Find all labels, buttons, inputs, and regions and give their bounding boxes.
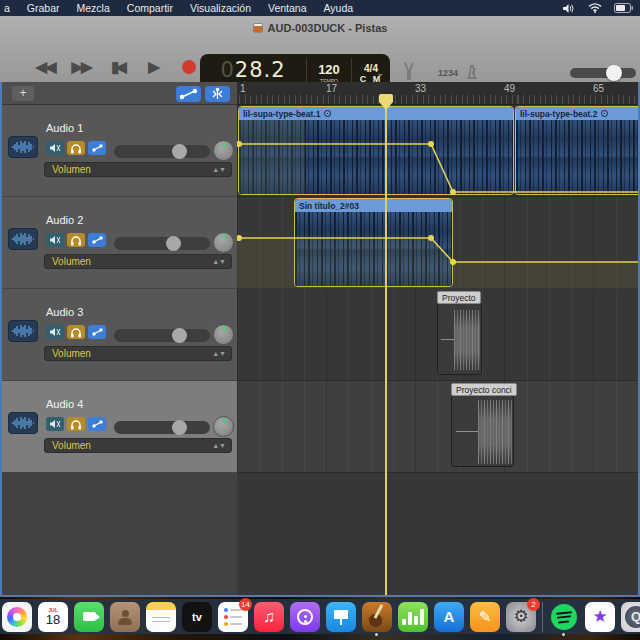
solo-button[interactable] [67,233,85,247]
menu-item-grabar[interactable]: Grabar [27,2,60,14]
menu-item-mezcla[interactable]: Mezcla [77,2,110,14]
menu-item-ventana[interactable]: Ventana [268,2,307,14]
pan-knob[interactable] [213,324,234,345]
automation-parameter-select[interactable]: Volumen ▲▼ [44,438,232,453]
mute-button[interactable] [46,141,64,155]
rewind-button[interactable]: ◀◀ [32,56,58,78]
track-header-audio-1[interactable]: Audio 1 Volumen ▲▼ [2,105,237,197]
track-automation-button[interactable] [88,141,106,155]
contacts-icon[interactable] [110,602,140,632]
play-button[interactable]: ▶ [140,56,166,78]
solo-button[interactable] [67,325,85,339]
catch-playhead-button[interactable] [205,86,230,102]
automation-parameter-label: Volumen [45,440,212,451]
track-automation-button[interactable] [88,417,106,431]
pencil-app-icon[interactable]: ✎ [470,602,500,632]
master-volume-knob[interactable] [606,65,622,81]
fast-forward-button[interactable]: ▶▶ [68,56,94,78]
solo-button[interactable] [67,141,85,155]
menu-item-compartir[interactable]: Compartir [127,2,173,14]
track-name[interactable]: Audio 4 [46,398,83,410]
lcd-bar-value: 28.2 [235,58,286,82]
calendar-icon[interactable]: JUL 18 [38,602,68,632]
menu-item-visualizacion[interactable]: Visualización [190,2,251,14]
stepper-icon[interactable]: ▲▼ [212,443,231,449]
battery-icon[interactable] [614,3,634,13]
master-volume-slider[interactable] [570,68,636,78]
pan-knob[interactable] [213,140,234,161]
garageband-icon[interactable] [362,602,392,632]
reminders-icon[interactable]: 14 [218,602,248,632]
pan-knob[interactable] [213,232,234,253]
stepper-icon[interactable]: ▲▼ [212,167,231,173]
record-button[interactable] [176,56,202,78]
show-automation-button[interactable] [176,86,201,102]
region-lil-supa-type-beat-2[interactable]: lil-supa-type-beat.2 [515,106,638,195]
track-lane-3[interactable]: Proyecto [237,289,638,381]
track-header-audio-2[interactable]: Audio 2 Volumen ▲▼ [2,197,237,289]
timeline-area[interactable]: 1 17 33 49 65 lil-supa-type-beat.1 lil-s… [237,82,638,595]
track-header-audio-3[interactable]: Audio 3 Volumen ▲▼ [2,289,237,381]
track-volume-slider[interactable] [114,237,210,250]
keynote-icon[interactable] [326,602,356,632]
facetime-icon[interactable] [74,602,104,632]
playhead-line[interactable] [385,94,387,595]
music-icon[interactable]: ♫ [254,602,284,632]
mute-button[interactable] [46,417,64,431]
region-proyecto-conci[interactable] [451,395,514,467]
menu-item-partial[interactable]: a [4,2,10,14]
solo-button[interactable] [67,417,85,431]
region-proyecto[interactable] [437,303,482,375]
podcasts-icon[interactable] [290,602,320,632]
track-lane-2[interactable]: Sin título_2#03 [237,197,638,289]
track-volume-slider[interactable] [114,145,210,158]
playhead-marker[interactable] [378,93,394,111]
numbers-icon[interactable] [398,602,428,632]
track-lane-1[interactable]: lil-supa-type-beat.1 lil-supa-type-beat.… [237,105,638,197]
track-lane-4[interactable]: Proyecto conci [237,381,638,473]
count-in-button[interactable]: 1234 [438,68,458,78]
tuning-fork-icon[interactable] [402,62,416,82]
region-label-proyecto-conci[interactable]: Proyecto conci [451,383,517,396]
automation-parameter-select[interactable]: Volumen ▲▼ [44,346,232,361]
track-name[interactable]: Audio 2 [46,214,83,226]
region-lil-supa-type-beat-1[interactable]: lil-supa-type-beat.1 [238,106,514,195]
region-sin-titulo[interactable]: Sin título_2#03 [294,198,453,287]
stepper-icon[interactable]: ▲▼ [212,351,231,357]
automation-parameter-select[interactable]: Volumen ▲▼ [44,254,232,269]
volume-knob[interactable] [166,236,181,251]
region-label-proyecto[interactable]: Proyecto [437,291,481,304]
photos-icon[interactable] [2,602,32,632]
automation-parameter-select[interactable]: Volumen ▲▼ [44,162,232,177]
volume-knob[interactable] [172,144,187,159]
volume-icon[interactable] [562,3,576,14]
track-automation-button[interactable] [88,325,106,339]
app-store-icon[interactable]: A [434,602,464,632]
track-header-audio-4[interactable]: Audio 4 Volumen ▲▼ [2,381,237,473]
track-automation-button[interactable] [88,233,106,247]
mute-button[interactable] [46,325,64,339]
bar-ruler[interactable]: 1 17 33 49 65 [237,82,638,105]
lcd-bar-dim: 0 [220,58,234,82]
track-volume-slider[interactable] [114,421,210,434]
wifi-icon[interactable] [588,3,602,13]
stepper-icon[interactable]: ▲▼ [212,259,231,265]
menu-item-ayuda[interactable]: Ayuda [324,2,354,14]
track-volume-slider[interactable] [114,329,210,342]
lcd-chevron-icon[interactable]: ⌄ [376,68,384,78]
track-name[interactable]: Audio 1 [46,122,83,134]
apple-tv-icon[interactable]: tv [182,602,212,632]
metronome-icon[interactable] [464,64,480,80]
pan-knob[interactable] [213,416,234,437]
volume-knob[interactable] [172,420,187,435]
track-name[interactable]: Audio 3 [46,306,83,318]
go-to-beginning-button[interactable]: ▮◀ [104,56,130,78]
system-settings-icon[interactable]: 2 ⚙ [506,602,536,632]
mute-button[interactable] [46,233,64,247]
volume-knob[interactable] [172,328,187,343]
notes-icon[interactable] [146,602,176,632]
quicktime-icon[interactable]: Q [621,602,640,632]
add-track-button[interactable]: + [12,86,34,101]
spotify-icon[interactable] [549,602,579,632]
imovie-icon[interactable]: ★ [585,602,615,632]
